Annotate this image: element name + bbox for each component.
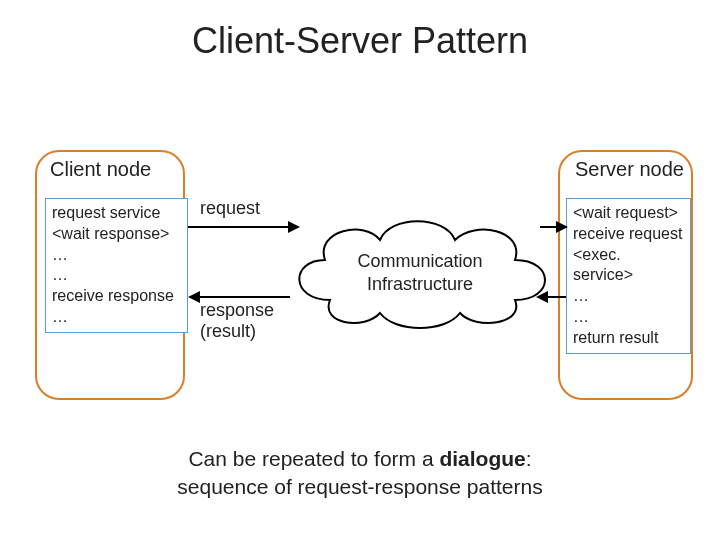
client-step: request service — [52, 203, 181, 224]
server-step: <wait request> — [573, 203, 684, 224]
server-step: receive request — [573, 224, 684, 245]
client-step: <wait response> — [52, 224, 181, 245]
client-step: receive response — [52, 286, 181, 307]
server-steps-box: <wait request> receive request <exec. se… — [566, 198, 691, 354]
slide-title: Client-Server Pattern — [0, 20, 720, 62]
response-label-line2: (result) — [200, 321, 256, 341]
client-steps-box: request service <wait response> … … rece… — [45, 198, 188, 333]
footer-pre: Can be repeated to form a — [188, 447, 439, 470]
response-label-line1: response — [200, 300, 274, 320]
server-step: … — [573, 286, 684, 307]
server-step: … — [573, 307, 684, 328]
client-step: … — [52, 265, 181, 286]
footer-post: : — [526, 447, 532, 470]
request-label: request — [200, 198, 260, 219]
cloud-label-line2: Infrastructure — [367, 274, 473, 294]
server-step: <exec. service> — [573, 245, 684, 287]
client-step: … — [52, 245, 181, 266]
footer-text: Can be repeated to form a dialogue: sequ… — [0, 445, 720, 502]
response-arrow-line-left — [200, 296, 290, 298]
slide: { "title": "Client-Server Pattern", "cli… — [0, 0, 720, 540]
cloud-label: Communication Infrastructure — [320, 250, 520, 295]
cloud-label-line1: Communication — [357, 251, 482, 271]
server-step: return result — [573, 328, 684, 349]
footer-bold: dialogue — [439, 447, 525, 470]
request-arrow-line — [188, 226, 290, 228]
response-label: response (result) — [200, 300, 285, 341]
client-step: … — [52, 307, 181, 328]
server-node-label: Server node — [575, 158, 684, 181]
response-arrow-head-left — [188, 291, 200, 303]
footer-line2: sequence of request-response patterns — [177, 475, 542, 498]
client-node-label: Client node — [50, 158, 151, 181]
